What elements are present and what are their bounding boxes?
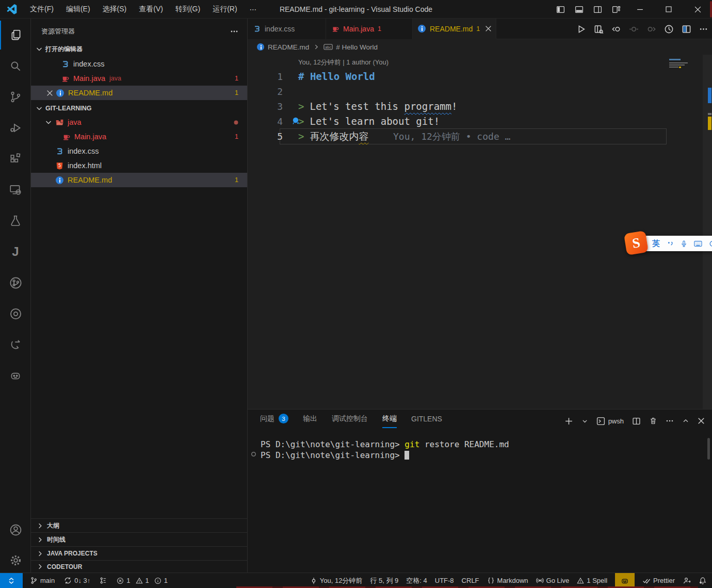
minimap[interactable] [668, 57, 701, 71]
tab-mainjava[interactable]: Main.java 1 [326, 19, 413, 39]
ime-language-mode[interactable]: 英 [652, 239, 660, 249]
ai-assistant-status[interactable] [615, 573, 635, 588]
ime-keyboard-icon[interactable] [694, 240, 702, 248]
toggle-secondary-sidebar-icon[interactable] [588, 0, 607, 19]
open-editors-header[interactable]: 打开的编辑器 [31, 42, 248, 56]
accounts-icon[interactable] [0, 515, 31, 544]
editor-line-5-current[interactable]: 5 >再次修改内容 You, 12分钟前 • code … [248, 129, 712, 144]
run-icon[interactable] [576, 24, 586, 34]
tree-folder-java[interactable]: java [31, 115, 248, 129]
menu-goto[interactable]: 转到(G) [169, 0, 206, 19]
active-terminal[interactable]: pwsh [596, 417, 624, 426]
blame-status[interactable]: You, 12分钟前 [310, 576, 363, 585]
open-changes-next-icon[interactable] [646, 24, 656, 34]
panel-tab-debug-console[interactable]: 调试控制台 [332, 414, 368, 428]
tree-item-indexcss[interactable]: index.css [31, 144, 248, 158]
menu-more[interactable]: ⋯ [244, 0, 263, 19]
sogou-logo[interactable]: S [624, 231, 649, 255]
section-codetour[interactable]: CODETOUR [31, 560, 248, 573]
go-live-button[interactable]: Go Live [536, 577, 570, 584]
tree-item-mainjava[interactable]: Main.java 1 [31, 129, 248, 144]
spell-checker-status[interactable]: 1 Spell [577, 577, 607, 584]
panel-tab-problems[interactable]: 问题 3 [260, 414, 288, 428]
menu-file[interactable]: 文件(F) [24, 0, 60, 19]
encoding[interactable]: UTF-8 [435, 577, 454, 584]
menu-view[interactable]: 查看(V) [133, 0, 169, 19]
breadcrumb-symbol[interactable]: # Hello World [336, 43, 378, 51]
section-timeline[interactable]: 时间线 [31, 532, 248, 546]
codelens-blame[interactable]: You, 12分钟前 | 1 author (You) [298, 58, 389, 67]
tree-root-git-learning[interactable]: GIT-LEARNING [31, 101, 248, 115]
menu-run[interactable]: 运行(R) [206, 0, 243, 19]
testing-icon[interactable] [0, 206, 31, 235]
maximize-panel-icon[interactable] [682, 417, 689, 424]
open-editor-item-indexcss[interactable]: index.css [31, 57, 248, 71]
editor-line-2[interactable]: 2 [248, 84, 712, 99]
tab-readme-active[interactable]: README.md 1 [413, 19, 496, 39]
gitee-icon[interactable] [0, 330, 31, 359]
problems-indicator[interactable]: 1 1 1 [117, 577, 168, 584]
editor-line-3[interactable]: 3 >Let's test this programm! [248, 99, 712, 114]
language-mode[interactable]: Markdown [487, 577, 528, 584]
ime-punctuation-icon[interactable] [667, 240, 674, 248]
more-actions-icon[interactable] [699, 25, 708, 34]
java-projects-icon[interactable]: J [0, 237, 31, 266]
tree-item-indexhtml[interactable]: 5 index.html [31, 158, 248, 173]
run-and-debug-icon[interactable] [0, 113, 31, 142]
customize-layout-icon[interactable] [607, 0, 625, 19]
source-control-icon[interactable] [0, 83, 31, 111]
kill-terminal-icon[interactable] [649, 417, 657, 425]
open-preview-side-icon[interactable] [594, 24, 604, 34]
ime-mic-icon[interactable] [681, 240, 687, 248]
sidebar-more-actions-icon[interactable] [230, 27, 238, 36]
vscode-logo-icon[interactable] [0, 4, 24, 14]
indentation[interactable]: 空格: 4 [406, 576, 427, 585]
open-changes-prev-icon[interactable] [611, 24, 621, 34]
breadcrumb-file[interactable]: README.md [268, 43, 309, 51]
toggle-sidebar-icon[interactable] [551, 0, 570, 19]
notifications-bell[interactable] [699, 577, 707, 585]
split-editor-icon[interactable] [682, 24, 691, 34]
feedback-account-status[interactable] [683, 577, 691, 585]
open-editor-item-mainjava[interactable]: Main.java java 1 [31, 71, 248, 86]
maximize-button[interactable] [654, 0, 683, 19]
open-editor-item-readme[interactable]: README.md 1 [31, 86, 248, 100]
file-history-icon[interactable] [664, 24, 674, 34]
extensions-icon[interactable] [0, 144, 31, 173]
panel-tab-output[interactable]: 输出 [303, 414, 317, 428]
branch-indicator[interactable]: main [30, 577, 55, 584]
ime-toolbox-icon[interactable] [709, 240, 712, 248]
tree-item-readme[interactable]: README.md 1 [31, 173, 248, 187]
eol-sequence[interactable]: CRLF [462, 577, 479, 584]
settings-gear-icon[interactable] [0, 546, 31, 575]
cursor-position[interactable]: 行 5, 列 9 [370, 576, 398, 585]
search-icon[interactable] [0, 52, 31, 80]
toggle-panel-icon[interactable] [570, 0, 588, 19]
explorer-icon[interactable] [0, 21, 31, 50]
terminal-output[interactable]: PS D:\git\note\git-learning> git restore… [248, 435, 702, 569]
prettier-status[interactable]: Prettier [642, 577, 675, 585]
section-java-projects[interactable]: JAVA PROJECTS [31, 546, 248, 560]
menu-edit[interactable]: 编辑(E) [60, 0, 96, 19]
codetour-record-icon[interactable] [0, 299, 31, 328]
panel-tab-terminal[interactable]: 终端 [382, 414, 397, 428]
menu-selection[interactable]: 选择(S) [96, 0, 133, 19]
editor-line-1[interactable]: 1 # Hello World [248, 69, 712, 84]
panel-tab-gitlens[interactable]: GITLENS [411, 415, 442, 428]
new-terminal-icon[interactable] [564, 417, 573, 426]
ai-assistant-icon[interactable] [0, 361, 31, 390]
panel-more-actions-icon[interactable] [666, 417, 674, 425]
terminal-scrollbar[interactable] [707, 438, 710, 460]
sync-indicator[interactable]: 0↓ 3↑ [64, 577, 90, 584]
remote-indicator[interactable] [0, 573, 23, 588]
open-changes-icon[interactable] [629, 24, 639, 34]
close-tab-icon[interactable] [485, 25, 492, 32]
gitlens-graph-indicator[interactable] [100, 577, 107, 584]
close-panel-icon[interactable] [698, 417, 705, 424]
editor-line-4[interactable]: 4 >Let's learn about git! [248, 114, 712, 129]
terminal-dropdown-icon[interactable] [581, 418, 588, 424]
git-graph-icon[interactable] [0, 268, 31, 297]
section-outline[interactable]: 大纲 [31, 518, 248, 532]
close-editor-icon[interactable] [46, 90, 53, 96]
minimize-button[interactable] [625, 0, 654, 19]
